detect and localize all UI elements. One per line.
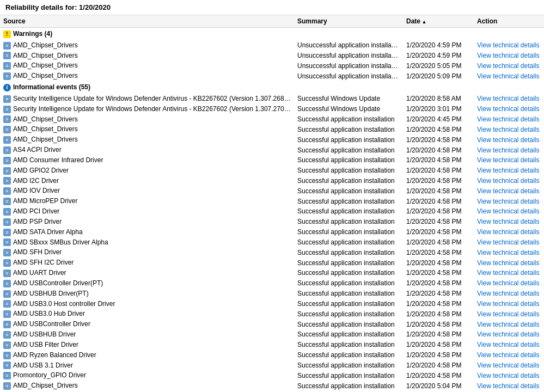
row-icon: ≡ [3,106,11,113]
cell-source: ≡AMD PSP Driver [0,217,294,227]
table-row: ≡AMD USBController Driver(PT)Successful … [0,278,544,289]
view-technical-details-link[interactable]: View technical details [477,146,540,154]
view-technical-details-link[interactable]: View technical details [477,279,540,287]
view-technical-details-link[interactable]: View technical details [477,156,540,164]
view-technical-details-link[interactable]: View technical details [477,269,540,277]
view-technical-details-link[interactable]: View technical details [477,218,540,225]
row-icon: ≡ [3,270,11,277]
view-technical-details-link[interactable]: View technical details [477,136,540,144]
view-technical-details-link[interactable]: View technical details [477,362,540,369]
cell-date: 1/20/2020 4:58 PM [403,289,474,299]
table-row: ≡AMD USBHUB Driver(PT)Successful applica… [0,289,544,299]
table-row: ≡AMD PCI DriverSuccessful application in… [0,206,544,217]
cell-summary: Successful application installation [294,309,403,319]
table-row: ≡AMD PSP DriverSuccessful application in… [0,217,544,227]
row-icon: ≡ [3,187,11,195]
cell-summary: Successful application installation [294,206,403,217]
table-row: ≡AMD_Chipset_DriversSuccessful applicati… [0,134,544,145]
view-technical-details-link[interactable]: View technical details [477,228,540,236]
cell-source: ≡AMD I2C Driver [0,176,294,186]
table-row: ≡AMD_Chipset_DriversUnsuccessful applica… [0,71,544,81]
table-row: ≡AMD I2C DriverSuccessful application in… [0,176,544,186]
cell-action: View technical details [474,186,544,196]
cell-action: View technical details [474,258,544,268]
cell-date: 1/20/2020 4:58 PM [403,176,474,186]
cell-summary: Successful application installation [294,114,403,125]
row-icon: ≡ [3,157,11,164]
cell-date: 1/20/2020 4:58 PM [403,237,474,248]
cell-summary: Successful application installation [294,124,403,134]
view-technical-details-link[interactable]: View technical details [477,198,540,205]
cell-date: 1/20/2020 3:01 PM [403,104,474,114]
col-header-source[interactable]: Source [0,15,294,28]
cell-action: View technical details [474,247,544,258]
cell-source: ≡AMD SATA Driver Alpha [0,227,294,237]
row-icon: ≡ [3,321,11,328]
cell-date: 1/20/2020 4:45 PM [403,114,474,125]
cell-date: 1/20/2020 4:58 PM [403,258,474,268]
view-technical-details-link[interactable]: View technical details [477,41,540,49]
cell-date: 1/20/2020 4:58 PM [403,268,474,278]
view-technical-details-link[interactable]: View technical details [477,300,540,308]
view-technical-details-link[interactable]: View technical details [477,72,540,80]
cell-action: View technical details [474,60,544,71]
view-technical-details-link[interactable]: View technical details [477,259,540,267]
cell-action: View technical details [474,71,544,81]
cell-date: 1/20/2020 4:58 PM [403,309,474,319]
cell-source: ≡AMD USBController Driver [0,319,294,329]
row-icon: ≡ [3,382,11,390]
view-technical-details-link[interactable]: View technical details [477,372,540,379]
view-technical-details-link[interactable]: View technical details [477,62,540,70]
view-technical-details-link[interactable]: View technical details [477,290,540,297]
cell-date: 1/20/2020 4:58 PM [403,206,474,217]
view-technical-details-link[interactable]: View technical details [477,341,540,348]
table-row: ≡AS4 ACPI DriverSuccessful application i… [0,145,544,155]
cell-summary: Successful application installation [294,237,403,248]
cell-date: 1/20/2020 4:58 PM [403,124,474,134]
view-technical-details-link[interactable]: View technical details [477,95,540,102]
cell-source: ≡Security Intelligence Update for Window… [0,104,294,114]
cell-source: ≡AMD_Chipset_Drivers [0,134,294,145]
cell-source: ≡AMD PCI Driver [0,206,294,217]
reliability-table: Source Summary Date Action !Warnings (4)… [0,15,544,390]
cell-summary: Successful application installation [294,166,403,176]
view-technical-details-link[interactable]: View technical details [477,249,540,256]
view-technical-details-link[interactable]: View technical details [477,321,540,328]
view-technical-details-link[interactable]: View technical details [477,207,540,215]
table-row: ≡Security Intelligence Update for Window… [0,104,544,114]
view-technical-details-link[interactable]: View technical details [477,238,540,246]
cell-date: 1/20/2020 4:58 PM [403,247,474,258]
view-technical-details-link[interactable]: View technical details [477,126,540,133]
warning-icon: ! [3,30,11,38]
view-technical-details-link[interactable]: View technical details [477,382,540,390]
cell-date: 1/20/2020 4:58 PM [403,329,474,340]
cell-summary: Successful application installation [294,319,403,329]
cell-date: 1/20/2020 4:58 PM [403,370,474,381]
table-body: !Warnings (4)≡AMD_Chipset_DriversUnsucce… [0,28,544,390]
row-icon: ≡ [3,177,11,185]
cell-summary: Successful application installation [294,176,403,186]
cell-summary: Successful application installation [294,155,403,166]
cell-source: ≡AMD IOV Driver [0,186,294,196]
view-technical-details-link[interactable]: View technical details [477,105,540,113]
view-technical-details-link[interactable]: View technical details [477,167,540,174]
view-technical-details-link[interactable]: View technical details [477,187,540,195]
table-row: ≡AMD SBxxx SMBus Driver AlphaSuccessful … [0,237,544,248]
view-technical-details-link[interactable]: View technical details [477,52,540,59]
view-technical-details-link[interactable]: View technical details [477,115,540,123]
cell-action: View technical details [474,51,544,61]
view-technical-details-link[interactable]: View technical details [477,310,540,318]
view-technical-details-link[interactable]: View technical details [477,351,540,359]
cell-date: 1/20/2020 4:58 PM [403,360,474,371]
table-row: ≡AMD GPIO2 DriverSuccessful application … [0,166,544,176]
cell-source: ≡AMD UART Driver [0,268,294,278]
col-header-date[interactable]: Date [403,15,474,28]
cell-source: ≡AMD Ryzen Balanced Driver [0,350,294,360]
table-row: ≡AMD USBHUB DriverSuccessful application… [0,329,544,340]
view-technical-details-link[interactable]: View technical details [477,330,540,338]
cell-summary: Successful Windows Update [294,94,403,104]
cell-summary: Successful application installation [294,340,403,350]
row-icon: ≡ [3,62,11,70]
cell-summary: Unsuccessful application installation [294,40,403,51]
view-technical-details-link[interactable]: View technical details [477,177,540,185]
